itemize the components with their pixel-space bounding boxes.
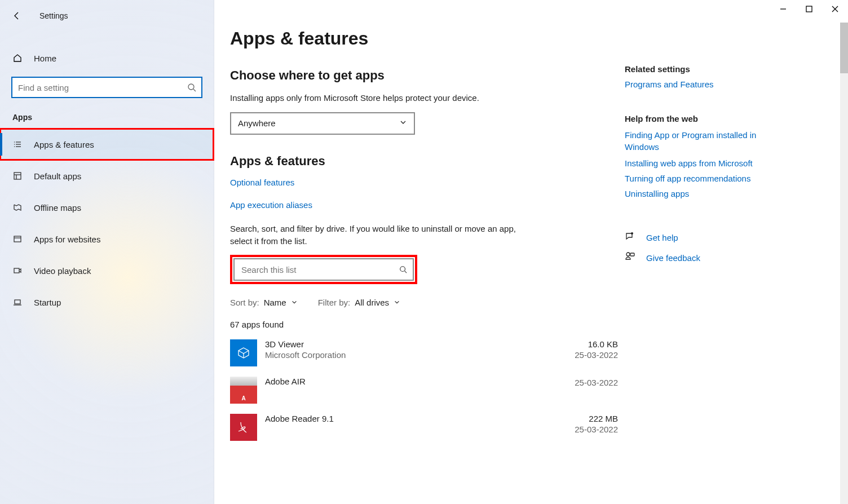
- startup-icon: [12, 297, 24, 307]
- default-apps-icon: [12, 171, 24, 181]
- app-icon: [230, 414, 257, 441]
- optional-features-link[interactable]: Optional features: [230, 178, 294, 187]
- filter-value: All drives: [355, 298, 389, 307]
- page-title: Apps & features: [230, 28, 625, 49]
- sidebar-item-apps-websites[interactable]: Apps for websites: [0, 223, 214, 255]
- subheading-where: Choose where to get apps: [230, 68, 625, 83]
- search-icon: [182, 83, 201, 92]
- app-icon: A: [230, 377, 257, 404]
- sidebar-item-label: Video playback: [34, 266, 91, 276]
- sidebar-home-label: Home: [34, 54, 56, 63]
- sidebar-search-input[interactable]: [12, 83, 182, 92]
- sidebar-item-apps-features[interactable]: Apps & features: [0, 129, 214, 160]
- websites-icon: [12, 234, 24, 244]
- app-item-adobe-air[interactable]: A Adobe AIR 25-03-2022: [230, 377, 625, 404]
- filter-description: Search, sort, and filter by drive. If yo…: [230, 223, 523, 247]
- list-search-highlight: [230, 255, 417, 284]
- get-help-row[interactable]: Get help: [625, 231, 788, 244]
- source-dropdown[interactable]: Anywhere: [230, 112, 415, 135]
- sidebar-item-offline-maps[interactable]: Offline maps: [0, 192, 214, 223]
- source-dropdown-value: Anywhere: [238, 118, 276, 128]
- svg-point-24: [631, 232, 633, 235]
- give-feedback-link[interactable]: Give feedback: [646, 253, 700, 263]
- map-icon: [12, 202, 24, 213]
- chevron-down-icon: [291, 298, 298, 307]
- svg-rect-1: [806, 6, 812, 12]
- sidebar-item-label: Default apps: [34, 171, 81, 181]
- subheading-apps: Apps & features: [230, 154, 625, 169]
- help-link-finding-app[interactable]: Finding App or Program installed in Wind…: [625, 129, 788, 153]
- feedback-icon: [625, 251, 636, 264]
- app-date: 25-03-2022: [575, 378, 618, 387]
- help-link-installing-web[interactable]: Installing web apps from Microsoft: [625, 158, 788, 168]
- scrollbar-thumb[interactable]: [840, 23, 848, 73]
- maximize-button[interactable]: [796, 0, 822, 18]
- back-button[interactable]: [10, 11, 24, 21]
- filter-prefix: Filter by:: [318, 298, 351, 307]
- app-size: 16.0 KB: [575, 339, 618, 349]
- get-help-link[interactable]: Get help: [646, 233, 678, 242]
- app-item-3d-viewer[interactable]: 3D Viewer Microsoft Corporation 16.0 KB …: [230, 339, 625, 366]
- sidebar-item-label: Offline maps: [34, 203, 81, 213]
- svg-point-20: [400, 267, 405, 272]
- app-name: Adobe Reader 9.1: [265, 414, 575, 423]
- sidebar-item-label: Apps & features: [34, 140, 94, 149]
- sort-prefix: Sort by:: [230, 298, 259, 307]
- window-controls: [770, 0, 848, 18]
- svg-rect-18: [15, 300, 20, 304]
- minimize-button[interactable]: [770, 0, 796, 18]
- where-description: Installing apps only from Microsoft Stor…: [230, 92, 625, 104]
- help-heading: Help from the web: [625, 114, 788, 123]
- help-link-turning-off[interactable]: Turning off app recommendations: [625, 174, 788, 183]
- sidebar-home[interactable]: Home: [0, 45, 214, 71]
- svg-point-25: [626, 253, 630, 256]
- list-search-input[interactable]: [235, 265, 394, 275]
- app-item-adobe-reader[interactable]: Adobe Reader 9.1 222 MB 25-03-2022: [230, 414, 625, 441]
- right-panel: Related settings Programs and Features H…: [625, 28, 800, 504]
- sidebar: Settings Home Apps Apps & features Defau…: [0, 0, 214, 504]
- programs-features-link[interactable]: Programs and Features: [625, 79, 788, 89]
- sidebar-item-label: Apps for websites: [34, 235, 100, 244]
- video-icon: [12, 266, 24, 276]
- close-button[interactable]: [822, 0, 848, 18]
- sidebar-item-default-apps[interactable]: Default apps: [0, 160, 214, 192]
- app-size: 222 MB: [575, 414, 618, 423]
- app-name: Adobe AIR: [265, 377, 575, 386]
- sort-by-control[interactable]: Sort by: Name: [230, 298, 298, 307]
- chat-icon: [625, 231, 636, 244]
- app-name: 3D Viewer: [265, 339, 575, 349]
- search-icon: [394, 266, 413, 273]
- sidebar-item-video-playback[interactable]: Video playback: [0, 255, 214, 286]
- sort-value: Name: [264, 298, 286, 307]
- svg-point-4: [188, 84, 194, 90]
- svg-rect-17: [14, 268, 19, 273]
- window-title: Settings: [39, 11, 68, 20]
- svg-rect-26: [630, 253, 634, 256]
- app-publisher: Microsoft Corporation: [265, 350, 575, 360]
- list-icon: [12, 139, 24, 149]
- app-date: 25-03-2022: [575, 425, 618, 434]
- sidebar-item-startup[interactable]: Startup: [0, 286, 214, 318]
- app-icon: [230, 339, 257, 366]
- app-date: 25-03-2022: [575, 350, 618, 360]
- chevron-down-icon: [394, 298, 400, 307]
- list-search[interactable]: [233, 258, 414, 281]
- home-icon: [12, 53, 24, 63]
- give-feedback-row[interactable]: Give feedback: [625, 251, 788, 264]
- svg-line-5: [193, 89, 196, 91]
- svg-rect-15: [14, 236, 21, 242]
- chevron-down-icon: [399, 118, 407, 128]
- svg-rect-12: [14, 173, 21, 179]
- help-link-uninstalling[interactable]: Uninstalling apps: [625, 189, 788, 198]
- apps-count: 67 apps found: [230, 320, 625, 329]
- scrollbar[interactable]: [840, 23, 848, 504]
- main-content: Apps & features Choose where to get apps…: [214, 0, 848, 504]
- app-aliases-link[interactable]: App execution aliases: [230, 200, 312, 210]
- filter-by-control[interactable]: Filter by: All drives: [318, 298, 400, 307]
- sidebar-section-label: Apps: [12, 113, 214, 122]
- sidebar-item-label: Startup: [34, 298, 61, 307]
- related-heading: Related settings: [625, 64, 788, 74]
- sidebar-search[interactable]: [11, 77, 202, 98]
- svg-line-21: [405, 271, 407, 273]
